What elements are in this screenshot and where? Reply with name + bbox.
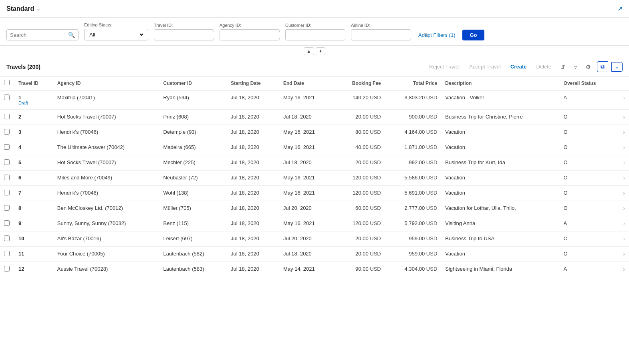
row-expand-arrow[interactable]: ›	[615, 110, 629, 125]
row-checkbox[interactable]	[4, 266, 10, 271]
row-checkbox[interactable]	[4, 175, 10, 180]
row-start-date: Jul 18, 2020	[227, 186, 279, 201]
table-row: 4 The Ultimate Answer (70042) Madeira (6…	[0, 140, 629, 155]
col-arrow	[615, 76, 629, 90]
row-checkbox-cell[interactable]	[0, 262, 14, 277]
row-expand-arrow[interactable]: ›	[615, 155, 629, 171]
row-start-date: Jul 18, 2020	[227, 140, 279, 155]
booking-fee-amount: 40.00	[355, 144, 369, 150]
row-expand-arrow[interactable]: ›	[615, 201, 629, 216]
row-checkbox-cell[interactable]	[0, 140, 14, 155]
customer-id-group: Customer ID: ⧉	[285, 23, 345, 40]
row-checkbox-cell[interactable]	[0, 216, 14, 231]
row-checkbox[interactable]	[4, 114, 10, 119]
row-checkbox[interactable]	[4, 159, 10, 165]
total-price-currency: USD	[426, 205, 437, 211]
row-checkbox-cell[interactable]	[0, 231, 14, 247]
select-all-checkbox[interactable]	[4, 80, 10, 85]
row-expand-arrow[interactable]: ›	[615, 186, 629, 201]
row-booking-fee: 140.20 USD	[334, 90, 385, 110]
export-icon[interactable]: ↗	[617, 5, 623, 12]
row-checkbox[interactable]	[4, 190, 10, 195]
row-checkbox-cell[interactable]	[0, 90, 14, 110]
row-description: Vacation - Volker	[441, 90, 559, 110]
agency-id-input[interactable]	[223, 32, 290, 38]
accept-travel-button[interactable]: Accept Travel	[466, 62, 504, 71]
row-expand-arrow[interactable]: ›	[615, 231, 629, 247]
chevron-down-icon[interactable]: ⌄	[36, 6, 40, 12]
agency-id-input-wrap[interactable]: ⧉	[220, 29, 280, 40]
customer-id-input[interactable]	[289, 32, 356, 38]
row-expand-arrow[interactable]: ›	[615, 90, 629, 110]
total-price-amount: 3,803.20	[405, 95, 425, 101]
row-agency-id: Hendrik's (70046)	[53, 186, 159, 201]
row-checkbox[interactable]	[4, 220, 10, 226]
row-checkbox[interactable]	[4, 129, 10, 135]
row-checkbox-cell[interactable]	[0, 186, 14, 201]
row-checkbox[interactable]	[4, 235, 10, 241]
row-checkbox[interactable]	[4, 144, 10, 150]
row-status: O	[560, 247, 615, 262]
row-expand-arrow[interactable]: ›	[615, 216, 629, 231]
settings-icon[interactable]: ⚙	[583, 62, 594, 72]
row-customer-id: Detemple (93)	[159, 125, 227, 140]
filter-pin-button[interactable]: ✦	[316, 47, 325, 55]
row-checkbox-cell[interactable]	[0, 171, 14, 186]
filter-icon[interactable]: ▿	[571, 62, 580, 72]
travel-id-input-wrap[interactable]: ⧉	[154, 29, 214, 40]
row-expand-arrow[interactable]: ›	[615, 262, 629, 277]
row-agency-id: Your Choice (70005)	[53, 247, 159, 262]
editing-status-select[interactable]: All Draft Published	[88, 31, 145, 38]
row-checkbox[interactable]	[4, 205, 10, 211]
total-price-currency: USD	[426, 159, 437, 165]
row-total-price: 992.00 USD	[385, 155, 442, 171]
total-price-currency: USD	[426, 251, 437, 257]
row-expand-arrow[interactable]: ›	[615, 247, 629, 262]
editing-status-dropdown[interactable]: All Draft Published	[84, 29, 148, 40]
col-description: Description	[441, 76, 559, 90]
booking-fee-currency: USD	[370, 205, 381, 211]
row-checkbox-cell[interactable]	[0, 247, 14, 262]
row-travel-id: 5	[14, 155, 53, 171]
booking-fee-amount: 20.00	[355, 251, 369, 257]
search-input-wrap[interactable]: 🔍	[6, 29, 79, 40]
row-end-date: May 16, 2021	[279, 216, 334, 231]
row-checkbox[interactable]	[4, 95, 10, 100]
row-end-date: Jul 20, 2020	[279, 231, 334, 247]
copy-export-button[interactable]: ⧉	[597, 61, 608, 72]
search-input[interactable]	[10, 32, 66, 38]
row-agency-id: Hot Socks Travel (70007)	[53, 110, 159, 125]
airline-id-input[interactable]	[355, 32, 422, 38]
customer-id-input-wrap[interactable]: ⧉	[285, 29, 345, 40]
reject-travel-button[interactable]: Reject Travel	[426, 62, 463, 71]
select-all-header[interactable]	[0, 76, 14, 90]
row-checkbox-cell[interactable]	[0, 125, 14, 140]
row-total-price: 1,871.00 USD	[385, 140, 442, 155]
total-price-amount: 959.00	[409, 235, 425, 241]
row-checkbox-cell[interactable]	[0, 155, 14, 171]
go-button[interactable]: Go	[462, 30, 484, 40]
travel-id-input[interactable]	[157, 32, 225, 38]
row-start-date: Jul 18, 2020	[227, 155, 279, 171]
row-expand-arrow[interactable]: ›	[615, 125, 629, 140]
collapse-up-button[interactable]: ▲	[304, 47, 314, 55]
row-expand-arrow[interactable]: ›	[615, 171, 629, 186]
create-button[interactable]: Create	[507, 62, 530, 71]
airline-id-input-wrap[interactable]: ⧉	[351, 29, 411, 40]
adapt-filters-button[interactable]: Adapt Filters (1)	[417, 30, 457, 40]
customer-id-label: Customer ID:	[285, 23, 345, 28]
row-agency-id: Ali's Bazar (70016)	[53, 231, 159, 247]
row-customer-id: Benz (115)	[159, 216, 227, 231]
row-booking-fee: 20.00 USD	[334, 110, 385, 125]
row-checkbox-cell[interactable]	[0, 201, 14, 216]
row-description: Business Trip for Kurt, Ida	[441, 155, 559, 171]
delete-button[interactable]: Delete	[533, 62, 554, 71]
sort-icon[interactable]: ⇵	[558, 62, 568, 72]
row-end-date: May 16, 2021	[279, 90, 334, 110]
row-expand-arrow[interactable]: ›	[615, 140, 629, 155]
row-checkbox-cell[interactable]	[0, 110, 14, 125]
row-checkbox[interactable]	[4, 251, 10, 256]
actions-dropdown-button[interactable]: ⌄	[611, 62, 623, 72]
row-description: Vacation	[441, 171, 559, 186]
row-agency-id: Ben McCloskey Ltd. (70012)	[53, 201, 159, 216]
